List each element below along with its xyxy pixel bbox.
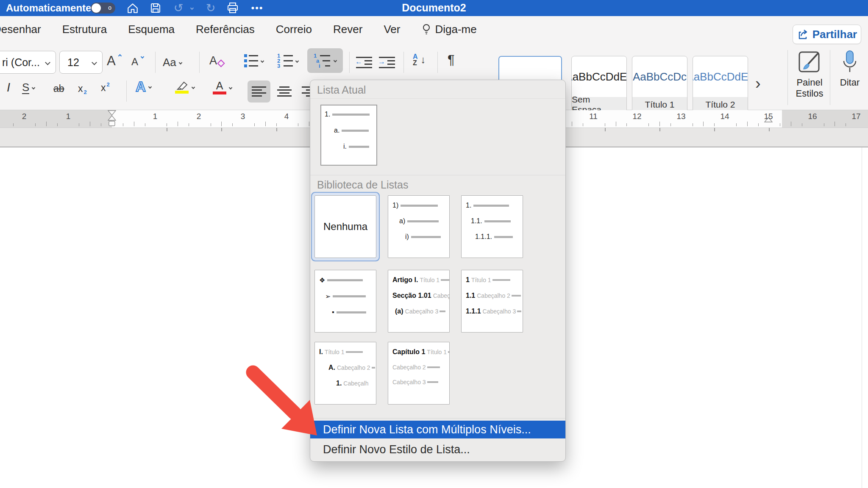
list-style-row: Artigo I.Título 1 bbox=[392, 276, 446, 284]
strikethrough-button[interactable]: ab bbox=[53, 83, 64, 94]
style-name-label: Cabeçalho 2 bbox=[477, 292, 510, 299]
text-line-bar bbox=[346, 351, 363, 353]
scrollbar-track[interactable] bbox=[862, 147, 862, 488]
align-left-button[interactable] bbox=[248, 80, 270, 103]
bullet-list-button[interactable] bbox=[244, 54, 264, 67]
list-style-option-4[interactable]: ❖➢▪ bbox=[314, 270, 376, 333]
italic-button[interactable]: I bbox=[7, 80, 10, 94]
chevron-down-icon bbox=[179, 61, 182, 64]
ruler-tick bbox=[35, 123, 36, 126]
tab-diga-me[interactable]: Diga-me bbox=[421, 23, 476, 36]
font-color-button[interactable]: A bbox=[213, 80, 232, 94]
tab-stop-tick bbox=[714, 128, 715, 131]
list-style-option-2[interactable]: 1)a)i) bbox=[388, 195, 450, 258]
list-style-row: 1.1.1. bbox=[466, 233, 519, 241]
list-style-row: 1Título 1 bbox=[466, 276, 519, 284]
ruler-tick bbox=[57, 123, 58, 126]
share-button[interactable]: Partilhar bbox=[793, 25, 861, 44]
text-line-bar bbox=[349, 146, 369, 148]
font-size-value: 12 bbox=[67, 56, 79, 69]
tab-stop-tick bbox=[605, 128, 606, 131]
decrease-indent-button[interactable]: ← bbox=[356, 57, 372, 69]
increase-indent-button[interactable]: → bbox=[379, 57, 395, 69]
divider bbox=[199, 52, 200, 73]
text-effects-button[interactable]: A bbox=[136, 79, 151, 95]
text-line-bar bbox=[401, 205, 438, 207]
tab-esquema[interactable]: Esquema bbox=[128, 23, 175, 36]
ruler-tick bbox=[46, 122, 47, 126]
style-card-titulo-2[interactable]: AaBbCcDdEe Título 2 bbox=[693, 56, 748, 113]
ruler-number: 16 bbox=[808, 112, 817, 121]
list-marker: 1. bbox=[325, 111, 330, 118]
text-line-bar bbox=[440, 311, 445, 312]
tab-correio[interactable]: Correio bbox=[276, 23, 312, 36]
numbered-list-button[interactable]: 1 2 3 bbox=[277, 54, 298, 67]
list-library-section-header: Biblioteca de Listas bbox=[310, 175, 565, 192]
ruler-tick bbox=[605, 123, 605, 126]
chevron-down-icon bbox=[92, 60, 97, 65]
ruler-tick bbox=[824, 123, 824, 126]
font-name-combobox[interactable]: ri (Cor... bbox=[0, 51, 56, 74]
font-size-combobox[interactable]: 12 bbox=[59, 51, 103, 74]
change-case-button[interactable]: Aa bbox=[163, 56, 182, 69]
highlight-color-button[interactable] bbox=[175, 80, 195, 94]
list-style-row: 1.1Cabeçalho 2 bbox=[466, 292, 519, 299]
underline-button[interactable]: S bbox=[22, 81, 35, 94]
styles-pane-button[interactable]: Painel Estilos bbox=[790, 50, 829, 99]
list-style-option-8[interactable]: Capítulo 1Título 1Cabeçalho 2Cabeçalho 3 bbox=[388, 342, 450, 405]
clear-formatting-button[interactable]: A bbox=[209, 54, 225, 67]
grow-font-button[interactable]: A bbox=[107, 53, 121, 69]
ribbon-tabs: Desenhar Estrutura Esquema Referências C… bbox=[0, 23, 477, 36]
preview-list-row: i. bbox=[325, 143, 373, 150]
ruler-tick bbox=[659, 122, 660, 126]
list-style-option-6[interactable]: 1Título 11.1Cabeçalho 21.1.1Cabeçalho 3 bbox=[461, 270, 523, 333]
text-line-bar bbox=[332, 114, 370, 116]
list-style-row: ▪ bbox=[319, 308, 373, 316]
tab-stop-tick bbox=[276, 128, 277, 131]
list-style-row: i) bbox=[392, 233, 446, 241]
caret-up-icon bbox=[118, 54, 121, 58]
text-line-bar bbox=[337, 311, 366, 313]
annotation-arrow bbox=[235, 349, 337, 451]
align-center-button[interactable] bbox=[273, 80, 296, 103]
dictate-button[interactable]: Ditar bbox=[833, 50, 866, 88]
subscript-button[interactable]: x2 bbox=[78, 83, 89, 94]
divider bbox=[155, 52, 156, 73]
current-list-preview[interactable]: 1.a.i. bbox=[320, 105, 377, 166]
list-style-option-3[interactable]: 1.1.1.1.1.1. bbox=[461, 195, 523, 258]
list-style-option-1[interactable]: Nenhuma bbox=[314, 195, 376, 258]
style-card-titulo-1[interactable]: AaBbCcDc Título 1 bbox=[632, 56, 687, 113]
left-indent-marker[interactable] bbox=[108, 121, 115, 126]
tab-ver[interactable]: Ver bbox=[384, 23, 400, 36]
ruler-tick bbox=[758, 123, 759, 126]
style-card-sem-espaca[interactable]: AaBbCcDdEe Sem Espaça... bbox=[571, 56, 627, 113]
tab-stop-tick bbox=[167, 128, 167, 131]
divider bbox=[437, 52, 438, 73]
list-marker-bold: Capítulo 1 bbox=[392, 348, 425, 356]
more-styles-chevron[interactable]: › bbox=[755, 75, 761, 93]
divider bbox=[349, 52, 350, 73]
sort-button[interactable]: AZ ↓ bbox=[413, 53, 426, 66]
ruler-tick bbox=[90, 122, 90, 126]
sort-az-icon: AZ bbox=[413, 53, 418, 66]
multilevel-list-button[interactable]: 1 a i bbox=[307, 48, 343, 73]
divider bbox=[310, 418, 565, 419]
tab-rever[interactable]: Rever bbox=[333, 23, 362, 36]
show-paragraph-marks-button[interactable]: ¶ bbox=[448, 53, 455, 68]
shrink-font-button[interactable]: A bbox=[131, 56, 144, 68]
list-marker: ▪ bbox=[332, 308, 334, 316]
superscript-button[interactable]: x2 bbox=[101, 82, 112, 94]
tab-estrutura[interactable]: Estrutura bbox=[62, 23, 107, 36]
list-marker-bold: 1.1 bbox=[466, 292, 475, 299]
tab-desenhar[interactable]: Desenhar bbox=[0, 23, 41, 36]
tab-stop-tick bbox=[659, 128, 660, 131]
ruler-number: 2 bbox=[22, 112, 27, 121]
hanging-indent-marker[interactable] bbox=[108, 115, 116, 121]
list-style-option-5[interactable]: Artigo I.Título 1Secção 1.01Cabeç(a)Cabe… bbox=[388, 270, 450, 333]
menu-item-define-new-multilevel-list[interactable]: Definir Nova Lista com Múltiplos Níveis.… bbox=[310, 421, 565, 438]
ruler-tick bbox=[648, 123, 649, 126]
style-name-label: Título 1 bbox=[420, 277, 440, 283]
font-color-icon: A bbox=[213, 80, 226, 94]
tab-referencias[interactable]: Referências bbox=[196, 23, 255, 36]
menu-item-define-new-list-style[interactable]: Definir Novo Estilo de Lista... bbox=[310, 441, 565, 458]
